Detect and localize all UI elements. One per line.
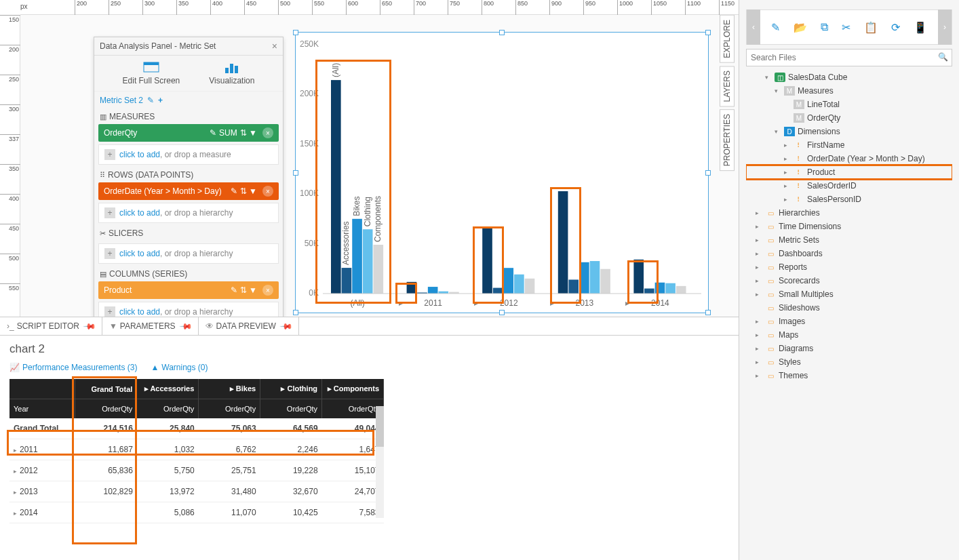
explore-toolbar: ‹ ✎ 📂 ⧉ ✂ 📋 ⟳ 📱 › <box>746 9 952 45</box>
tree-item[interactable]: ▸▭Scorecards <box>746 274 952 287</box>
copy-icon[interactable]: ⧉ <box>821 21 828 34</box>
remove-icon[interactable]: × <box>262 285 273 296</box>
svg-rect-37 <box>568 279 579 294</box>
rows-pill[interactable]: OrderDate (Year > Month > Day) ✎ ⇅ ▼ × <box>98 182 279 200</box>
layers-tab[interactable]: LAYERS <box>720 66 735 106</box>
properties-tab[interactable]: PROPERTIES <box>720 109 735 171</box>
svg-text:0K: 0K <box>309 288 319 298</box>
svg-rect-32 <box>514 275 524 294</box>
tree-item[interactable]: ▸▭Small Multiples <box>746 287 952 301</box>
preview-title: chart 2 <box>9 342 729 356</box>
tree-item[interactable]: ▸⠇FirstName <box>746 138 952 152</box>
tree-item[interactable]: ▸⠇SalesPersonID <box>746 193 952 206</box>
svg-rect-1 <box>144 62 159 65</box>
svg-rect-29 <box>482 228 492 294</box>
tree-item[interactable]: MLineTotal <box>746 98 952 111</box>
visualization-button[interactable]: Visualization <box>209 61 254 85</box>
tree-item[interactable]: ▸▭Diagrams <box>746 342 952 355</box>
tree-item[interactable]: ▸▭Hierarchies <box>746 206 952 220</box>
tree-item[interactable]: ▸⠇OrderDate (Year > Month > Day) <box>746 152 952 165</box>
device-icon[interactable]: 📱 <box>914 21 927 34</box>
svg-text:Components: Components <box>373 196 383 242</box>
bar-chart[interactable]: 0K50K100K150K200K250K(All)AccessoriesBik… <box>296 33 708 313</box>
svg-rect-24 <box>428 287 438 294</box>
remove-icon[interactable]: × <box>262 127 273 138</box>
tree-item[interactable]: ▸▭Dashboards <box>746 247 952 260</box>
table-row[interactable]: ▸201265,8365,75025,75119,22815,107 <box>9 460 384 481</box>
svg-text:2012: 2012 <box>500 298 518 308</box>
svg-rect-43 <box>633 260 644 294</box>
svg-rect-3 <box>230 64 233 73</box>
svg-rect-46 <box>665 283 676 294</box>
table-row[interactable]: ▸2013102,82913,97231,48032,67024,707 <box>9 481 384 502</box>
svg-text:▸: ▸ <box>550 298 554 308</box>
tree-item[interactable]: ▭Slideshows <box>746 301 952 315</box>
metric-set-name[interactable]: Metric Set 2 <box>100 96 143 105</box>
svg-rect-36 <box>558 191 568 294</box>
drop-slicer[interactable]: +click to add, or drop a hierarchy <box>98 243 279 264</box>
svg-text:(All): (All) <box>350 298 364 308</box>
tree-item[interactable]: ▾DDimensions <box>746 125 952 138</box>
close-icon[interactable]: × <box>272 41 277 52</box>
file-tree[interactable]: ▾◫SalesData Cube▾MMeasuresMLineTotalMOrd… <box>746 71 952 382</box>
measure-pill[interactable]: OrderQty ✎ SUM ⇅ ▼ × <box>98 124 279 142</box>
svg-rect-40 <box>600 269 610 294</box>
drop-rows[interactable]: +click to add, or drop a hierarchy <box>98 203 279 223</box>
svg-text:Accessories: Accessories <box>341 221 351 265</box>
tree-item[interactable]: ▸▭Images <box>746 315 952 328</box>
svg-rect-17 <box>363 229 373 294</box>
search-input[interactable] <box>746 49 952 66</box>
cut-icon[interactable]: ✂ <box>842 21 850 34</box>
svg-text:Bikes: Bikes <box>352 196 361 216</box>
explore-tab[interactable]: EXPLORE <box>720 15 735 63</box>
tab-script-editor[interactable]: ›_SCRIPT EDITOR📌 <box>0 317 102 335</box>
svg-rect-38 <box>579 262 589 294</box>
paste-icon[interactable]: 📋 <box>864 21 878 34</box>
table-row[interactable]: ▸20145,08611,07010,4257,583 <box>9 502 384 523</box>
tree-item[interactable]: ▸▭Maps <box>746 328 952 342</box>
chart-frame[interactable]: 0K50K100K150K200K250K(All)AccessoriesBik… <box>295 32 709 313</box>
svg-text:Clothing: Clothing <box>363 197 372 226</box>
tree-item[interactable]: ▸▭Time Dimensions <box>746 220 952 233</box>
svg-rect-4 <box>235 66 238 73</box>
tree-item[interactable]: ▸⠇SalesOrderID <box>746 179 952 193</box>
edit-full-screen-button[interactable]: Edit Full Screen <box>123 61 180 85</box>
new-icon[interactable]: ✎ <box>771 21 780 34</box>
edit-icon[interactable]: ✎ <box>147 96 154 105</box>
svg-text:▸: ▸ <box>399 298 403 308</box>
open-icon[interactable]: 📂 <box>794 21 807 34</box>
scrollbar[interactable] <box>376 406 384 518</box>
add-icon[interactable]: + <box>158 96 163 105</box>
tree-item[interactable]: ▸▭Themes <box>746 369 952 382</box>
remove-icon[interactable]: × <box>262 186 273 197</box>
table-row[interactable]: ▸201111,6871,0326,7622,2461,647 <box>9 439 384 460</box>
scroll-left-icon[interactable]: ‹ <box>747 9 760 45</box>
warnings-link[interactable]: ▲ Warnings (0) <box>151 363 208 372</box>
svg-rect-30 <box>493 288 503 294</box>
svg-text:2013: 2013 <box>576 298 594 308</box>
tab-parameters[interactable]: ▼PARAMETERS📌 <box>102 317 199 335</box>
drop-measure[interactable]: +click to add, or drop a measure <box>98 144 279 165</box>
columns-pill[interactable]: Product ✎ ⇅ ▼ × <box>98 281 279 299</box>
svg-text:2014: 2014 <box>651 298 669 308</box>
tree-item[interactable]: ▸⠇Product <box>746 165 952 179</box>
tree-item[interactable]: ▾MMeasures <box>746 84 952 98</box>
scroll-right-icon[interactable]: › <box>938 9 952 45</box>
svg-text:▸: ▸ <box>474 298 478 308</box>
design-canvas[interactable]: Data Analysis Panel - Metric Set × Edit … <box>20 15 739 317</box>
table-row[interactable]: Grand Total214,51625,84075,06364,56949,0… <box>9 418 384 439</box>
tree-item[interactable]: ▸▭Metric Sets <box>746 233 952 247</box>
svg-text:50K: 50K <box>305 239 319 248</box>
refresh-icon[interactable]: ⟳ <box>891 21 900 34</box>
tab-data-preview[interactable]: 👁DATA PREVIEW📌 <box>199 317 299 335</box>
performance-link[interactable]: 📈 Performance Measurements (3) <box>9 363 137 372</box>
tree-item[interactable]: ▸▭Styles <box>746 355 952 369</box>
tree-item[interactable]: ▸▭Reports <box>746 260 952 274</box>
svg-text:2011: 2011 <box>424 298 442 308</box>
svg-rect-39 <box>590 261 600 294</box>
search-icon[interactable]: 🔍 <box>938 52 948 62</box>
tree-item[interactable]: ▾◫SalesData Cube <box>746 71 952 84</box>
tree-item[interactable]: MOrderQty <box>746 111 952 125</box>
preview-table[interactable]: Grand Total▸ Accessories▸ Bikes▸ Clothin… <box>9 379 384 523</box>
svg-text:200K: 200K <box>300 89 319 98</box>
